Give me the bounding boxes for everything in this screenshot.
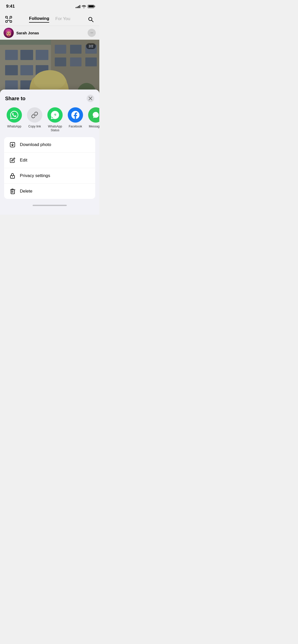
share-sheet: Share to WhatsApp [0, 90, 99, 215]
svg-point-5 [9, 18, 10, 19]
share-whatsapp-status[interactable]: WhatsAppStatus [45, 107, 65, 132]
post-header: Sarah Jonas ··· [0, 26, 99, 40]
share-facebook[interactable]: Facebook [65, 107, 86, 132]
download-photo-item[interactable]: Download photo [4, 137, 95, 153]
tab-following[interactable]: Following [29, 16, 49, 23]
copy-link-icon-circle [27, 107, 42, 123]
lock-icon [9, 172, 16, 179]
username: Sarah Jonas [16, 31, 39, 35]
facebook-label: Facebook [69, 125, 82, 128]
edit-label: Edit [20, 158, 27, 163]
action-list: Download photo Edit Privacy settings [4, 137, 95, 199]
status-icons [76, 5, 94, 8]
svg-point-72 [12, 177, 13, 177]
home-bar [33, 205, 67, 206]
battery-icon [88, 5, 94, 8]
whatsapp-status-label: WhatsAppStatus [48, 125, 62, 132]
signal-icon [76, 5, 80, 8]
more-button[interactable]: ··· [88, 29, 96, 37]
share-apps-row: WhatsApp Copy link WhatsAppStatus [0, 106, 99, 137]
face-id-icon[interactable] [4, 15, 13, 24]
copy-link-label: Copy link [28, 125, 41, 128]
avatar[interactable] [4, 28, 14, 38]
search-icon[interactable] [86, 15, 95, 24]
wifi-icon [82, 5, 86, 8]
page-indicator: 2/2 [86, 43, 96, 49]
share-header: Share to [0, 90, 99, 106]
trash-icon [9, 188, 16, 195]
home-indicator [0, 201, 99, 210]
svg-point-4 [7, 18, 8, 19]
share-whatsapp[interactable]: WhatsApp [4, 107, 24, 132]
download-icon [9, 141, 16, 148]
share-copy-link[interactable]: Copy link [24, 107, 45, 132]
status-time: 9:41 [6, 4, 15, 9]
status-bar: 9:41 [0, 0, 99, 13]
tab-for-you[interactable]: For You [55, 16, 70, 22]
svg-point-13 [8, 35, 10, 36]
edit-icon [9, 157, 16, 164]
privacy-label: Privacy settings [20, 173, 50, 178]
svg-rect-3 [10, 21, 12, 22]
share-messages[interactable]: Messages [86, 107, 99, 132]
download-label: Download photo [20, 142, 51, 147]
whatsapp-label: WhatsApp [7, 125, 21, 128]
share-title: Share to [5, 96, 25, 101]
svg-line-7 [92, 20, 93, 22]
messages-label: Messages [89, 125, 99, 128]
messages-icon-circle [88, 107, 99, 123]
svg-rect-1 [10, 16, 12, 18]
post-user: Sarah Jonas [4, 28, 39, 38]
privacy-settings-item[interactable]: Privacy settings [4, 168, 95, 184]
edit-item[interactable]: Edit [4, 153, 95, 168]
delete-item[interactable]: Delete [4, 184, 95, 199]
nav-tabs: Following For You [29, 16, 70, 23]
svg-rect-0 [6, 16, 7, 18]
nav-bar: Following For You [0, 13, 99, 26]
svg-point-14 [7, 33, 8, 34]
svg-rect-2 [6, 21, 7, 22]
whatsapp-status-icon-circle [47, 107, 63, 123]
svg-point-15 [9, 33, 10, 34]
facebook-icon-circle [68, 107, 83, 123]
whatsapp-icon-circle [7, 107, 22, 123]
delete-label: Delete [20, 189, 32, 194]
close-button[interactable] [87, 95, 94, 102]
